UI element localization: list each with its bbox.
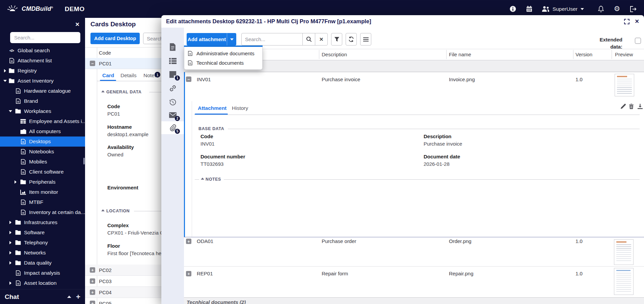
attachment-preview-thumbnail[interactable] [615,74,634,96]
column-header-file-name[interactable]: File name [449,49,471,60]
sidebar-item-telephony[interactable]: Telephony [0,238,85,248]
sidebar-item-software[interactable]: Software [0,227,85,238]
close-icon[interactable]: ✕ [635,18,639,25]
maximize-icon[interactable] [624,19,629,24]
collapse-row-toggle[interactable] [186,77,191,82]
expand-row-toggle[interactable] [186,239,191,244]
add-attachment-button[interactable]: Add attachment [187,33,227,45]
collapse-section-icon[interactable] [101,90,105,92]
download-icon[interactable] [637,104,643,109]
sidebar-item-impact-analysis[interactable]: Impact analysis [0,268,85,278]
sidebar-item-mtbf[interactable]: MTBF [0,197,85,207]
expand-row-toggle[interactable] [90,267,95,273]
attachments-paperclip-icon[interactable]: 5 [161,121,184,134]
sidebar-item-infrastructures[interactable]: Infrastructures [0,217,85,227]
menu-item-tecnhical-documents[interactable]: Tecnhical documents [184,58,262,67]
sidebar-item-inventory-at-date[interactable]: Inventory at certain da... [0,207,85,217]
cell-description[interactable]: Purchase invoice [322,76,360,83]
new-chat-plus-icon[interactable]: + [76,294,80,300]
chat-panel-header[interactable]: Chat + [0,289,85,304]
calendar-icon[interactable] [525,5,533,13]
relations-link-icon[interactable] [161,82,184,95]
cell-code[interactable]: PC05 [99,301,112,304]
cell-version[interactable]: 1.0 [575,270,583,277]
sidebar-item-desktops[interactable]: Desktops [0,136,85,147]
sidebar-item-data-quality[interactable]: Data quality [0,258,85,268]
cell-file-name[interactable]: Repair.png [449,270,474,277]
sidebar-item-peripherals[interactable]: Peripherals [0,177,85,187]
logout-icon[interactable] [629,5,637,13]
refresh-button[interactable] [346,33,357,45]
expand-row-toggle[interactable] [90,278,95,284]
cell-file-name[interactable]: Order.png [449,238,472,245]
delete-trash-icon[interactable] [629,103,634,109]
sidebar-item-client-software[interactable]: Client software [0,167,85,177]
menu-button[interactable] [360,33,371,45]
cell-code[interactable]: PC01 [99,61,112,66]
sidebar-item-item-monitor[interactable]: Item monitor [0,187,85,197]
tab-history[interactable]: History [232,105,248,111]
expand-row-toggle[interactable] [90,301,95,304]
clear-search-button[interactable]: ✕ [315,33,328,45]
cell-code[interactable]: PC02 [99,267,112,273]
notes-icon[interactable]: 1 [161,68,184,81]
tab-details[interactable]: Details [120,72,136,79]
email-icon[interactable]: 2 [161,109,184,121]
user-menu[interactable]: SuperUser [541,5,584,13]
cell-code[interactable]: INV01 [197,76,211,83]
notifications-bell-icon[interactable] [597,5,605,13]
sidebar-item-mobiles[interactable]: Mobiles [0,157,85,167]
sidebar-item-brand[interactable]: Brand [0,96,85,106]
sidebar-item-networks[interactable]: Networks [0,248,85,258]
collapse-section-icon[interactable] [101,209,105,211]
cell-code[interactable]: PC04 [99,290,112,295]
sidebar-item-hardware-catalogue[interactable]: Hardware catalogue [0,86,85,96]
sidebar-item-employee-and-assets[interactable]: Employee and Assets i... [0,116,85,126]
cell-version[interactable]: 1.0 [575,238,583,245]
add-attachment-split-button[interactable]: Add attachment [187,33,236,45]
sidebar-item-attachment-list[interactable]: Attachment list [0,56,85,66]
cell-description[interactable]: Repair form [322,270,348,277]
sidebar-item-all-computers[interactable]: All computers [0,126,85,136]
cell-file-name[interactable]: Invoice.png [449,76,475,83]
sidebar-item-registry[interactable]: Registry [0,66,85,76]
attachments-search-input[interactable] [241,33,303,45]
details-list-icon[interactable] [161,55,184,67]
info-icon[interactable] [509,5,517,13]
sidebar-scrollbar[interactable] [83,158,85,164]
column-header-version[interactable]: Version [575,49,592,60]
cell-description[interactable]: Purchase order [322,238,356,245]
sidebar-item-notebooks[interactable]: Notebooks [0,147,85,157]
expand-row-toggle[interactable] [186,271,191,276]
edit-pencil-icon[interactable] [620,103,626,109]
attachment-preview-thumbnail[interactable] [614,239,634,265]
cell-code[interactable]: PC03 [99,278,112,284]
attachment-preview-thumbnail[interactable] [614,268,634,295]
extended-data-checkbox[interactable] [635,38,641,44]
expand-row-toggle[interactable] [90,290,95,295]
menu-item-administrative-documents[interactable]: Administrative documents [184,49,262,58]
tab-card[interactable]: Card [102,72,114,79]
sidebar-item-asset-location[interactable]: Asset location [0,278,85,288]
column-header-description[interactable]: Description [322,49,347,60]
tab-attachment[interactable]: Attachment [198,105,226,111]
collapse-section-icon[interactable] [201,178,204,180]
column-header-preview[interactable]: Preview [615,49,633,60]
history-icon[interactable] [161,96,184,109]
collapse-row-toggle[interactable] [90,61,95,66]
search-button[interactable] [302,33,315,45]
collapse-up-icon[interactable] [67,296,71,298]
sidebar-close-icon[interactable]: ✕ [75,21,80,28]
card-data-icon[interactable] [161,40,184,53]
sidebar-item-asset-inventory[interactable]: Asset Inventory [0,76,85,86]
sidebar-item-workplaces[interactable]: Workplaces [0,106,85,116]
filter-button[interactable] [331,33,342,45]
sidebar-search-input[interactable] [10,32,80,43]
column-header-code[interactable]: Code [99,50,111,56]
sidebar-item-global-search[interactable]: </> Global search [0,45,85,56]
cell-code[interactable]: ODA01 [197,238,213,245]
cell-version[interactable]: 1.0 [575,76,583,83]
settings-gear-icon[interactable]: ⚙ [613,5,621,13]
add-card-button[interactable]: Add card Desktop [90,33,140,44]
add-attachment-menu-arrow[interactable] [227,33,236,45]
